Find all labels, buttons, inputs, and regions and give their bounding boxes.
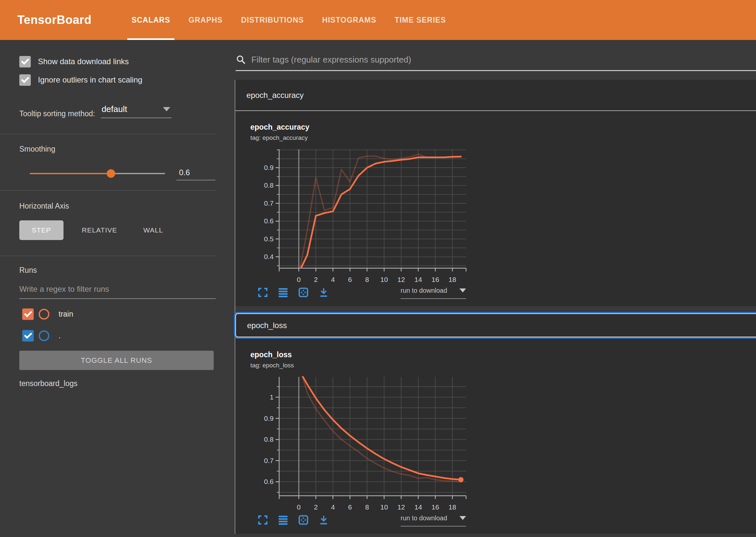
pane-title: epoch_accuracy bbox=[246, 91, 304, 100]
run-row-train[interactable]: train bbox=[19, 308, 216, 320]
horizontal-axis-label: Horizontal Axis bbox=[19, 202, 216, 211]
app-header: TensorBoard SCALARS GRAPHS DISTRIBUTIONS… bbox=[0, 0, 756, 40]
wall-button[interactable]: WALL bbox=[135, 220, 171, 240]
run-checkbox-icon[interactable] bbox=[22, 330, 34, 342]
runs-section: Runs train . TOGGLE ALL RUNS tensorboard… bbox=[0, 256, 216, 388]
tab-time-series[interactable]: TIME SERIES bbox=[386, 0, 455, 40]
svg-text:14: 14 bbox=[414, 503, 422, 511]
svg-text:0: 0 bbox=[297, 503, 301, 511]
dropdown-arrow-icon bbox=[460, 288, 466, 292]
fit-domain-icon bbox=[297, 514, 309, 526]
svg-text:12: 12 bbox=[397, 276, 405, 283]
runs-table-button[interactable] bbox=[277, 286, 289, 299]
tab-graphs[interactable]: GRAPHS bbox=[179, 0, 232, 40]
tag-panes: epoch_accuracy epoch_accuracy tag: epoch… bbox=[235, 80, 756, 534]
download-button[interactable] bbox=[318, 514, 329, 526]
general-settings-section: Show data download links Ignore outliers… bbox=[0, 40, 216, 134]
checkbox-checked-icon bbox=[19, 74, 31, 86]
epoch-loss-pane-body: epoch_loss tag: epoch_loss 0246810121416… bbox=[235, 339, 756, 534]
svg-text:8: 8 bbox=[365, 276, 369, 283]
smoothing-slider[interactable] bbox=[30, 169, 165, 178]
epoch-accuracy-pane-header[interactable]: epoch_accuracy bbox=[235, 80, 756, 111]
svg-text:0.6: 0.6 bbox=[264, 478, 274, 485]
slider-thumb[interactable] bbox=[107, 169, 115, 178]
fullscreen-icon bbox=[257, 286, 269, 298]
step-button[interactable]: STEP bbox=[19, 220, 63, 240]
dropdown-arrow-icon bbox=[460, 516, 466, 520]
epoch-accuracy-chart-card: epoch_accuracy tag: epoch_accuracy 02468… bbox=[250, 123, 756, 299]
ignore-outliers-checkbox[interactable]: Ignore outliers in chart scaling bbox=[19, 74, 216, 86]
tab-scalars[interactable]: SCALARS bbox=[122, 0, 179, 40]
run-label: train bbox=[58, 310, 73, 319]
svg-text:18: 18 bbox=[449, 276, 456, 283]
svg-text:16: 16 bbox=[431, 503, 439, 511]
run-to-download-select[interactable]: run to download bbox=[400, 515, 466, 526]
search-icon bbox=[236, 54, 246, 65]
filter-tags-input[interactable] bbox=[251, 55, 756, 65]
fit-domain-button[interactable] bbox=[297, 514, 309, 526]
show-data-download-links-checkbox[interactable]: Show data download links bbox=[19, 56, 216, 67]
selected-value: default bbox=[101, 104, 127, 114]
chart-tag: tag: epoch_loss bbox=[250, 362, 756, 369]
svg-text:4: 4 bbox=[331, 276, 335, 283]
run-color-circle-icon bbox=[39, 309, 50, 319]
epoch-loss-pane: epoch_loss epoch_loss tag: epoch_loss 02… bbox=[235, 313, 756, 534]
tooltip-sorting-select[interactable]: default bbox=[101, 104, 171, 118]
runs-table-button[interactable] bbox=[277, 514, 289, 526]
sidebar: Show data download links Ignore outliers… bbox=[0, 40, 216, 537]
svg-text:10: 10 bbox=[380, 276, 388, 283]
epoch-accuracy-pane-body: epoch_accuracy tag: epoch_accuracy 02468… bbox=[235, 111, 756, 306]
runs-filter-input[interactable] bbox=[19, 285, 216, 299]
smoothing-value-input[interactable] bbox=[176, 167, 215, 181]
relative-button[interactable]: RELATIVE bbox=[74, 220, 125, 240]
epoch-loss-pane-header[interactable]: epoch_loss bbox=[235, 313, 756, 337]
log-directory-label: tensorboard_logs bbox=[19, 379, 216, 388]
fullscreen-button[interactable] bbox=[257, 286, 269, 299]
smoothing-label: Smoothing bbox=[19, 145, 216, 153]
svg-text:0: 0 bbox=[297, 276, 301, 283]
smoothing-section: Smoothing bbox=[0, 134, 216, 190]
toggle-all-runs-button[interactable]: TOGGLE ALL RUNS bbox=[19, 351, 214, 370]
chart-toolbar: run to download bbox=[250, 514, 473, 526]
svg-text:8: 8 bbox=[365, 503, 369, 511]
run-row-dot[interactable]: . bbox=[19, 329, 216, 342]
pane-title: epoch_loss bbox=[247, 321, 287, 330]
app-title: TensorBoard bbox=[17, 13, 92, 27]
loss-line-chart[interactable]: 0246810121416180.60.70.80.91 bbox=[250, 373, 473, 512]
checkbox-checked-icon bbox=[19, 56, 31, 67]
svg-text:1: 1 bbox=[270, 393, 274, 401]
horizontal-axis-buttons: STEP RELATIVE WALL bbox=[19, 220, 216, 240]
horizontal-axis-section: Horizontal Axis STEP RELATIVE WALL bbox=[0, 190, 216, 256]
runs-label: Runs bbox=[19, 266, 216, 275]
chart-title: epoch_loss bbox=[250, 351, 756, 359]
tab-distributions[interactable]: DISTRIBUTIONS bbox=[232, 0, 313, 40]
tab-histograms[interactable]: HISTOGRAMS bbox=[313, 0, 385, 40]
run-checkbox-icon[interactable] bbox=[22, 309, 34, 320]
checkbox-label: Show data download links bbox=[38, 57, 129, 66]
fit-domain-button[interactable] bbox=[297, 286, 309, 299]
svg-text:12: 12 bbox=[397, 503, 405, 511]
svg-text:0.6: 0.6 bbox=[264, 217, 274, 225]
run-to-download-select[interactable]: run to download bbox=[400, 287, 466, 299]
dropdown-arrow-icon bbox=[163, 107, 170, 111]
accuracy-line-chart[interactable]: 0246810121416180.40.50.60.70.80.9 bbox=[250, 145, 473, 285]
slider-fill bbox=[30, 173, 111, 174]
chart-title: epoch_accuracy bbox=[250, 123, 756, 132]
chart-tag: tag: epoch_accuracy bbox=[250, 134, 756, 142]
svg-text:4: 4 bbox=[331, 503, 335, 511]
epoch-loss-chart-card: epoch_loss tag: epoch_loss 0246810121416… bbox=[250, 351, 756, 526]
download-icon bbox=[318, 514, 329, 526]
run-to-download-label: run to download bbox=[400, 287, 447, 294]
data-table-icon bbox=[277, 514, 289, 526]
download-button[interactable] bbox=[318, 286, 329, 299]
svg-text:2: 2 bbox=[314, 503, 318, 511]
svg-text:18: 18 bbox=[449, 503, 456, 511]
smoothing-slider-row bbox=[19, 167, 216, 181]
tooltip-sorting-label: Tooltip sorting method: bbox=[19, 109, 95, 118]
main-panel: epoch_accuracy epoch_accuracy tag: epoch… bbox=[216, 40, 756, 537]
fullscreen-button[interactable] bbox=[257, 514, 269, 526]
svg-text:0.7: 0.7 bbox=[264, 457, 274, 464]
svg-text:0.7: 0.7 bbox=[264, 199, 274, 207]
chart-toolbar: run to download bbox=[250, 286, 473, 299]
tensorboard-app: TensorBoard SCALARS GRAPHS DISTRIBUTIONS… bbox=[0, 0, 756, 537]
